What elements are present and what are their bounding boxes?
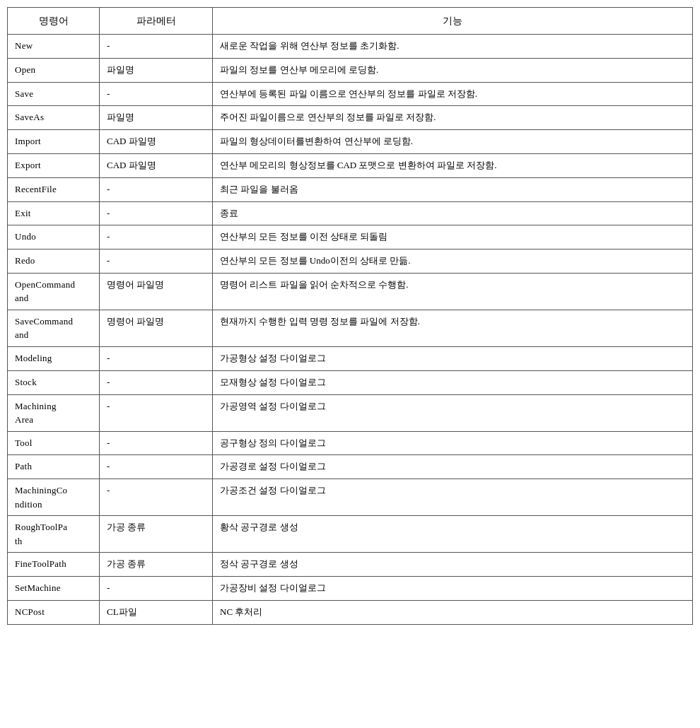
- table-row: ImportCAD 파일명파일의 형상데이터를변환하여 연산부에 로딩함.: [8, 130, 693, 154]
- param-cell: -: [100, 225, 213, 249]
- param-cell: -: [100, 576, 213, 600]
- param-cell: CL파일: [100, 600, 213, 624]
- func-cell: 황삭 공구경로 생성: [213, 516, 693, 553]
- table-row: SaveCommand and명령어 파일명현재까지 수행한 입력 명령 정보를…: [8, 310, 693, 346]
- table-row: Save-연산부에 등록된 파일 이름으로 연산부의 정보를 파일로 저장함.: [8, 82, 693, 106]
- main-container: 명령어 파라메터 기능 New-새로운 작업을 위해 연산부 정보를 초기화함.…: [7, 7, 693, 625]
- func-cell: 연산부에 등록된 파일 이름으로 연산부의 정보를 파일로 저장함.: [213, 82, 693, 106]
- func-cell: 모재형상 설정 다이얼로그: [213, 370, 693, 394]
- param-cell: 가공 종류: [100, 516, 213, 553]
- func-cell: 현재까지 수행한 입력 명령 정보를 파일에 저장함.: [213, 310, 693, 346]
- header-param: 파라메터: [100, 8, 213, 35]
- table-row: Undo-연산부의 모든 정보를 이전 상태로 되돌림: [8, 225, 693, 249]
- command-cell: Import: [8, 130, 100, 154]
- func-cell: 공구형상 정의 다이얼로그: [213, 431, 693, 455]
- func-cell: 정삭 공구경로 생성: [213, 553, 693, 577]
- param-cell: 파일명: [100, 106, 213, 130]
- command-cell: Save: [8, 82, 100, 106]
- table-row: ExportCAD 파일명연산부 메모리의 형상정보를 CAD 포맷으로 변환하…: [8, 153, 693, 177]
- func-cell: 연산부의 모든 정보를 Undo이전의 상태로 만듦.: [213, 249, 693, 274]
- func-cell: 연산부의 모든 정보를 이전 상태로 되돌림: [213, 225, 693, 249]
- command-cell: Stock: [8, 370, 100, 394]
- command-cell: OpenCommand and: [8, 273, 100, 310]
- func-cell: 가공조건 설정 다이얼로그: [213, 479, 693, 516]
- func-cell: 최근 파일을 불러옴: [213, 177, 693, 201]
- command-cell: FineToolPath: [8, 553, 100, 577]
- func-cell: 연산부 메모리의 형상정보를 CAD 포맷으로 변환하여 파일로 저장함.: [213, 153, 693, 177]
- table-row: Stock-모재형상 설정 다이얼로그: [8, 370, 693, 394]
- param-cell: -: [100, 35, 213, 59]
- table-row: RoughToolPa th가공 종류황삭 공구경로 생성: [8, 516, 693, 553]
- command-cell: New: [8, 35, 100, 59]
- param-cell: CAD 파일명: [100, 153, 213, 177]
- command-cell: Modeling: [8, 346, 100, 370]
- table-row: New-새로운 작업을 위해 연산부 정보를 초기화함.: [8, 35, 693, 59]
- param-cell: -: [100, 455, 213, 479]
- table-row: Open파일명파일의 정보를 연산부 메모리에 로딩함.: [8, 58, 693, 82]
- table-row: RecentFile-최근 파일을 불러옴: [8, 177, 693, 201]
- command-cell: RoughToolPa th: [8, 516, 100, 553]
- table-row: Exit-종료: [8, 201, 693, 225]
- command-cell: Redo: [8, 249, 100, 274]
- func-cell: 가공경로 설정 다이얼로그: [213, 455, 693, 479]
- func-cell: 가공장비 설정 다이얼로그: [213, 576, 693, 600]
- command-cell: RecentFile: [8, 177, 100, 201]
- command-cell: Undo: [8, 225, 100, 249]
- table-row: NCPostCL파일NC 후처리: [8, 600, 693, 624]
- param-cell: -: [100, 346, 213, 370]
- param-cell: -: [100, 201, 213, 225]
- param-cell: 명령어 파일명: [100, 273, 213, 310]
- table-row: Redo-연산부의 모든 정보를 Undo이전의 상태로 만듦.: [8, 249, 693, 274]
- func-cell: 종료: [213, 201, 693, 225]
- table-header-row: 명령어 파라메터 기능: [8, 8, 693, 35]
- command-cell: SaveCommand and: [8, 310, 100, 346]
- func-cell: 파일의 형상데이터를변환하여 연산부에 로딩함.: [213, 130, 693, 154]
- header-func: 기능: [213, 8, 693, 35]
- param-cell: 명령어 파일명: [100, 310, 213, 346]
- param-cell: -: [100, 370, 213, 394]
- table-row: Tool-공구형상 정의 다이얼로그: [8, 431, 693, 455]
- param-cell: 가공 종류: [100, 553, 213, 577]
- func-cell: 가공형상 설정 다이얼로그: [213, 346, 693, 370]
- param-cell: -: [100, 82, 213, 106]
- param-cell: -: [100, 177, 213, 201]
- table-row: Modeling-가공형상 설정 다이얼로그: [8, 346, 693, 370]
- command-cell: Tool: [8, 431, 100, 455]
- command-cell: Export: [8, 153, 100, 177]
- param-cell: -: [100, 394, 213, 431]
- func-cell: 주어진 파일이름으로 연산부의 정보를 파일로 저장함.: [213, 106, 693, 130]
- command-cell: Open: [8, 58, 100, 82]
- command-cell: Machining Area: [8, 394, 100, 431]
- func-cell: NC 후처리: [213, 600, 693, 624]
- func-cell: 파일의 정보를 연산부 메모리에 로딩함.: [213, 58, 693, 82]
- param-cell: 파일명: [100, 58, 213, 82]
- command-cell: Exit: [8, 201, 100, 225]
- func-cell: 새로운 작업을 위해 연산부 정보를 초기화함.: [213, 35, 693, 59]
- param-cell: -: [100, 431, 213, 455]
- func-cell: 가공영역 설정 다이얼로그: [213, 394, 693, 431]
- table-row: SetMachine-가공장비 설정 다이얼로그: [8, 576, 693, 600]
- table-row: OpenCommand and명령어 파일명명령어 리스트 파일을 읽어 순차적…: [8, 273, 693, 310]
- command-cell: SaveAs: [8, 106, 100, 130]
- func-cell: 명령어 리스트 파일을 읽어 순차적으로 수행함.: [213, 273, 693, 310]
- table-row: Path-가공경로 설정 다이얼로그: [8, 455, 693, 479]
- command-cell: NCPost: [8, 600, 100, 624]
- table-row: MachiningCo ndition-가공조건 설정 다이얼로그: [8, 479, 693, 516]
- table-row: SaveAs파일명주어진 파일이름으로 연산부의 정보를 파일로 저장함.: [8, 106, 693, 130]
- header-command: 명령어: [8, 8, 100, 35]
- param-cell: -: [100, 249, 213, 274]
- param-cell: CAD 파일명: [100, 130, 213, 154]
- table-row: Machining Area-가공영역 설정 다이얼로그: [8, 394, 693, 431]
- command-cell: MachiningCo ndition: [8, 479, 100, 516]
- command-cell: Path: [8, 455, 100, 479]
- table-row: FineToolPath가공 종류정삭 공구경로 생성: [8, 553, 693, 577]
- command-cell: SetMachine: [8, 576, 100, 600]
- param-cell: -: [100, 479, 213, 516]
- commands-table: 명령어 파라메터 기능 New-새로운 작업을 위해 연산부 정보를 초기화함.…: [7, 7, 693, 625]
